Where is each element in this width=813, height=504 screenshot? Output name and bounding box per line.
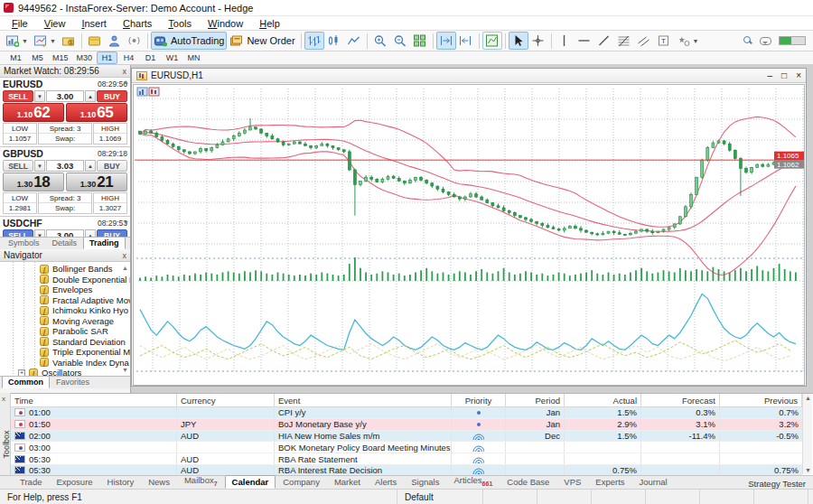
volume-up-icon[interactable]: ▲ (85, 90, 96, 102)
candle-chart-button[interactable] (324, 32, 344, 50)
calendar-row[interactable]: 05:30AUDRBA Rate Statement (11, 453, 802, 465)
toolbox-vertical-label[interactable]: Toolbox (2, 413, 11, 476)
market-watch-scroll-up-icon[interactable]: ▲ (123, 79, 129, 85)
chat-icon[interactable] (760, 37, 771, 45)
bar-chart-button[interactable] (304, 32, 324, 50)
navigator-tab-favorites[interactable]: Favorites (50, 376, 96, 388)
search-icon[interactable] (743, 36, 752, 45)
equidistant-channel-button[interactable] (634, 32, 654, 50)
volume-up-icon[interactable]: ▲ (85, 160, 96, 172)
toolbox-tab-news[interactable]: News (141, 475, 177, 489)
navigator-scroll-up-icon[interactable]: ▲ (122, 265, 128, 271)
buy-button[interactable]: BUY (97, 229, 127, 237)
menu-file[interactable]: File (4, 18, 36, 29)
toolbox-tab-mailbox[interactable]: Mailbox7 (177, 473, 225, 489)
cursor-button[interactable] (509, 32, 528, 50)
volume-value[interactable]: 3.03 (46, 160, 84, 172)
crosshair-button[interactable] (528, 32, 548, 50)
trendline-button[interactable] (594, 32, 614, 50)
strategy-tester-label[interactable]: Strategy Tester (748, 479, 813, 489)
sell-button[interactable]: SELL (3, 229, 33, 237)
calendar-row[interactable]: 05:30AUDRBA Interest Rate Decision0.75%0… (11, 465, 802, 475)
ask-price[interactable]: 1.1065 (66, 103, 127, 122)
chart-shift-button[interactable] (456, 32, 476, 50)
fibonacci-button[interactable] (614, 32, 634, 50)
column-header-actual[interactable]: Actual (565, 394, 641, 406)
chart-canvas[interactable]: 1.10651.1062 (133, 84, 805, 387)
new-chart-button[interactable]: ▼ (3, 32, 31, 50)
shapes-button[interactable]: ▼ (674, 32, 702, 50)
toolbox-tab-exposure[interactable]: Exposure (49, 475, 99, 489)
timeframe-m5[interactable]: M5 (27, 51, 48, 64)
sell-button[interactable]: SELL (3, 90, 33, 102)
toolbox-close-icon[interactable]: x (2, 395, 5, 403)
navigator-tab-common[interactable]: Common (2, 376, 50, 388)
market-watch-tab-details[interactable]: Details (46, 237, 84, 249)
column-header-previous[interactable]: Previous (720, 394, 802, 406)
minimize-icon[interactable]: – (768, 70, 773, 80)
auto-scroll-button[interactable] (436, 32, 456, 50)
navigator-item[interactable]: fStandard Deviation (0, 337, 130, 348)
buy-button[interactable]: BUY (97, 90, 127, 102)
text-label-button[interactable]: T (654, 32, 674, 50)
column-header-currency[interactable]: Currency (177, 394, 275, 406)
navigator-item[interactable]: fIchimoku Kinko Hyo (0, 305, 130, 316)
menu-tools[interactable]: Tools (160, 18, 200, 29)
signals-broadcast-button[interactable] (125, 32, 145, 50)
chart-window-titlebar[interactable]: EURUSD,H1 –□× (132, 69, 806, 83)
navigator-item[interactable]: fTriple Exponential M (0, 347, 130, 358)
column-header-time[interactable]: Time (11, 394, 177, 406)
navigator-item[interactable]: fMoving Average (0, 316, 130, 327)
navigator-item-oscillators[interactable]: +fOscillators (0, 368, 130, 376)
calendar-row[interactable]: 03:00BOK Monetary Policy Board Meeting M… (11, 442, 802, 453)
column-header-priority[interactable]: Priority (452, 394, 506, 406)
column-header-period[interactable]: Period (506, 394, 565, 406)
buy-button[interactable]: BUY (97, 160, 127, 172)
timeframe-d1[interactable]: D1 (140, 51, 161, 64)
toolbox-tab-alerts[interactable]: Alerts (368, 475, 404, 489)
menu-window[interactable]: Window (200, 18, 251, 29)
market-watch-symbol-gbpusd[interactable]: GBPUSD08:29:18SELL▼3.03▲BUY1.30181.3021L… (0, 147, 130, 217)
volume-up-icon[interactable]: ▲ (85, 229, 96, 237)
timeframe-w1[interactable]: W1 (162, 51, 182, 64)
calendar-scrollbar[interactable]: ▲ ▼ (802, 394, 812, 474)
horizontal-line-button[interactable] (575, 32, 594, 50)
volume-down-icon[interactable]: ▼ (34, 90, 45, 102)
zoom-out-button[interactable] (390, 32, 410, 50)
toolbox-tab-market[interactable]: Market (327, 475, 368, 489)
calendar-row[interactable]: 01:00CPI y/yJan1.5%0.3%0.7% (11, 407, 802, 419)
data-window-toggle-button[interactable] (105, 32, 125, 50)
zoom-in-button[interactable] (370, 32, 390, 50)
volume-down-icon[interactable]: ▼ (34, 160, 45, 172)
ask-price[interactable]: 1.3021 (66, 173, 127, 191)
toolbox-tab-trade[interactable]: Trade (13, 475, 49, 489)
maximize-icon[interactable]: □ (781, 70, 787, 80)
status-profile[interactable]: Default (397, 490, 483, 504)
navigator-item[interactable]: fVariable Index Dyna (0, 358, 130, 369)
toolbox-tab-company[interactable]: Company (276, 475, 327, 489)
calendar-row[interactable]: 02:00AUDHIA New Home Sales m/mDec1.5%-11… (11, 431, 802, 443)
navigator-item[interactable]: fFractal Adaptive Mov (0, 295, 130, 306)
market-watch-toggle-button[interactable] (85, 32, 105, 50)
column-header-forecast[interactable]: Forecast (641, 394, 720, 406)
market-watch-tab-trading[interactable]: Trading (83, 237, 126, 249)
market-watch-tab-symbols[interactable]: Symbols (2, 237, 46, 249)
navigator-item[interactable]: fBollinger Bands (0, 264, 130, 275)
timeframe-mn[interactable]: MN (183, 51, 204, 64)
open-profile-button[interactable]: ▼ (31, 32, 59, 50)
history-data-button[interactable]: $ (59, 32, 79, 50)
bid-price[interactable]: 1.3018 (3, 173, 64, 191)
calendar-row[interactable]: 01:50JPYBoJ Monetary Base y/yJan2.9%3.1%… (11, 419, 802, 431)
vertical-line-button[interactable] (555, 32, 575, 50)
timeframe-h4[interactable]: H4 (118, 51, 139, 64)
volume-down-icon[interactable]: ▼ (34, 229, 45, 237)
toolbox-tab-articles[interactable]: Articles661 (446, 473, 500, 489)
menu-help[interactable]: Help (251, 18, 288, 29)
tile-windows-button[interactable] (410, 32, 430, 50)
navigator-item[interactable]: fDouble Exponential M (0, 275, 130, 285)
line-chart-button[interactable] (344, 32, 364, 50)
timeframe-h1[interactable]: H1 (97, 51, 117, 64)
close-icon[interactable]: × (796, 70, 801, 80)
market-watch-tab-tick[interactable]: Tick (126, 237, 130, 249)
scroll-up-icon[interactable]: ▲ (805, 395, 811, 401)
